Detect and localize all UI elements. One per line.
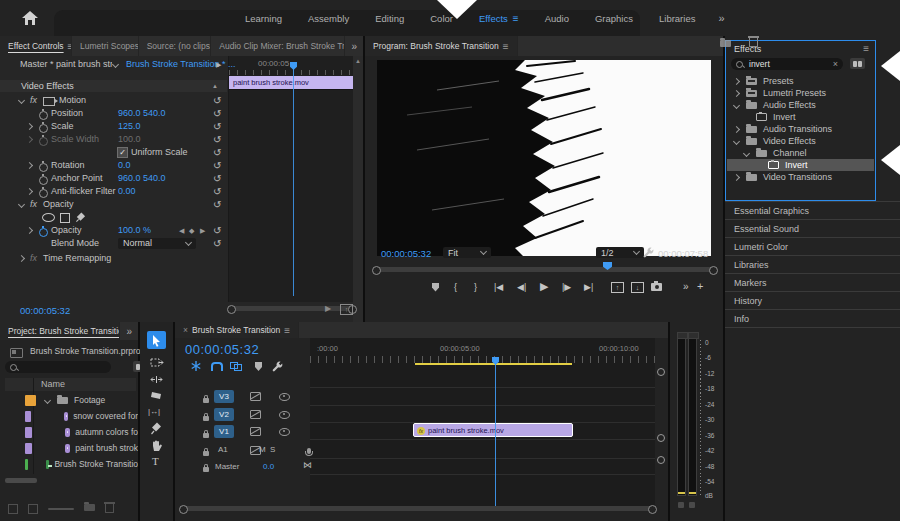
type-tool-icon[interactable]: T: [152, 455, 159, 467]
track-target-v3[interactable]: V3: [214, 390, 234, 403]
clear-search-icon[interactable]: ×: [833, 59, 838, 69]
effect-controls-timeline-lane[interactable]: 00:00:05 paint brush stroke.mov: [228, 56, 353, 302]
lock-icon[interactable]: [203, 451, 209, 456]
slip-tool-icon[interactable]: |↔|: [148, 407, 160, 416]
ripple-edit-tool-icon[interactable]: [150, 373, 163, 386]
timeline-hscrollbar[interactable]: [183, 506, 651, 511]
tabstrip-overflow-icon[interactable]: »: [120, 322, 138, 340]
rotation-value[interactable]: 0.0: [118, 159, 131, 172]
media-browser-icon[interactable]: [10, 348, 23, 358]
reset-icon[interactable]: ↺: [213, 172, 221, 185]
project-search-input[interactable]: [5, 361, 111, 373]
panel-header-essential-sound[interactable]: Essential Sound: [725, 219, 900, 237]
reset-icon[interactable]: ↺: [213, 224, 221, 237]
reset-icon[interactable]: ↺: [213, 94, 221, 107]
workspace-tab-audio[interactable]: Audio: [532, 13, 582, 24]
param-group-label[interactable]: Time Remapping: [43, 252, 111, 265]
uniform-scale-checkbox[interactable]: ✓: [117, 147, 128, 158]
panel-header-essential-graphics[interactable]: Essential Graphics: [725, 201, 900, 219]
track-select-tool-icon[interactable]: [150, 356, 164, 369]
workspace-tab-learning[interactable]: Learning: [232, 13, 295, 24]
lock-icon[interactable]: [203, 433, 209, 438]
reset-icon[interactable]: ↺: [213, 185, 221, 198]
ec-playhead-line[interactable]: [293, 66, 294, 296]
collapse-icon[interactable]: ▲: [212, 80, 218, 92]
new-bin-icon[interactable]: [84, 504, 95, 511]
workspace-overflow-icon[interactable]: »: [708, 12, 734, 24]
scrubber-knob-right[interactable]: [709, 266, 718, 275]
track-visibility-icon[interactable]: [279, 428, 290, 436]
chevron-down-icon[interactable]: [112, 61, 119, 68]
tabstrip-overflow-icon[interactable]: »: [345, 36, 363, 56]
chevron-right-icon[interactable]: [26, 162, 33, 169]
vscroll-knob[interactable]: [657, 434, 665, 442]
label-color-swatch[interactable]: [25, 411, 31, 422]
tree-item-audio-effects[interactable]: Audio Effects: [727, 99, 874, 111]
tree-item-presets[interactable]: Presets: [727, 75, 874, 87]
reset-icon[interactable]: ↺: [213, 133, 221, 146]
project-list-header[interactable]: Name: [5, 378, 136, 391]
fx-badge[interactable]: fx: [30, 94, 37, 107]
lock-icon[interactable]: [203, 416, 209, 421]
stopwatch-icon[interactable]: [39, 137, 48, 146]
next-keyframe-icon[interactable]: ▶: [200, 224, 205, 237]
chevron-down-icon[interactable]: [18, 201, 25, 208]
tree-item-video-invert-selected[interactable]: Invert: [727, 159, 874, 171]
scroll-up-icon[interactable]: ▲: [355, 58, 361, 64]
clip-fx-badge[interactable]: fx: [417, 427, 425, 435]
new-custom-bin-icon[interactable]: [720, 40, 731, 47]
tree-item-video-effects[interactable]: Video Effects: [727, 135, 874, 147]
timeline-clip-paint-brush[interactable]: fx paint brush stroke.mov: [413, 423, 573, 437]
program-timecode[interactable]: 00:00:05:32: [381, 248, 431, 259]
export-frame-icon[interactable]: [651, 280, 662, 294]
track-visibility-icon[interactable]: [279, 393, 290, 401]
reset-icon[interactable]: ↺: [213, 146, 221, 159]
label-color-swatch[interactable]: [25, 459, 28, 470]
add-marker-icon[interactable]: [432, 280, 439, 294]
zoom-slider[interactable]: [48, 508, 74, 510]
timeline-ruler-ticks[interactable]: [310, 356, 655, 363]
play-around-icon[interactable]: ▶: [325, 304, 331, 313]
snap-icon[interactable]: [211, 362, 223, 371]
panel-header-lumetri-color[interactable]: Lumetri Color: [725, 237, 900, 255]
transport-more-icon[interactable]: »: [683, 279, 689, 293]
ec-timecode[interactable]: 00:00:05:32: [20, 305, 70, 316]
workspace-tab-assembly[interactable]: Assembly: [295, 13, 362, 24]
opacity-value[interactable]: 100.0 %: [118, 224, 151, 237]
tree-item-audio-transitions[interactable]: Audio Transitions: [727, 123, 874, 135]
export-frame-icon[interactable]: ↑: [340, 304, 353, 315]
timeline-timecode[interactable]: 00:00:05:32: [185, 342, 259, 357]
tab-timeline-sequence[interactable]: × Brush Stroke Transition ≡: [175, 322, 299, 338]
tree-item-lumetri-presets[interactable]: Lumetri Presets: [727, 87, 874, 99]
chevron-down-icon[interactable]: [44, 396, 51, 403]
chevron-right-icon[interactable]: [18, 255, 25, 262]
ec-show-timeline-icon[interactable]: ▶: [216, 58, 221, 71]
vscroll-knob[interactable]: [657, 368, 665, 376]
sync-lock-icon[interactable]: [250, 427, 261, 436]
stopwatch-icon-active[interactable]: [39, 228, 48, 237]
solo-button[interactable]: S: [270, 445, 275, 454]
find-binoculars-icon[interactable]: [850, 58, 865, 69]
scrubber-knob-left[interactable]: [372, 266, 381, 275]
play-button[interactable]: ▶: [540, 279, 548, 293]
project-hscrollbar[interactable]: [5, 478, 37, 483]
tab-program-monitor[interactable]: Program: Brush Stroke Transition≡: [365, 36, 518, 56]
list-view-icon[interactable]: [8, 504, 18, 514]
workspace-menu-icon[interactable]: ≡: [513, 13, 519, 24]
reset-icon[interactable]: ↺: [213, 159, 221, 172]
mark-in-icon[interactable]: {: [454, 280, 457, 294]
position-x-value[interactable]: 960.0: [118, 107, 141, 120]
step-forward-icon[interactable]: |▶: [562, 280, 571, 294]
position-y-value[interactable]: 540.0: [143, 107, 166, 120]
chevron-down-icon[interactable]: [743, 149, 750, 156]
lock-icon[interactable]: [203, 398, 209, 403]
add-keyframe-icon[interactable]: ◆: [189, 224, 194, 237]
scale-width-value[interactable]: 100.0: [118, 133, 141, 146]
panel-menu-icon[interactable]: ≡: [863, 43, 869, 54]
panel-header-libraries[interactable]: Libraries: [725, 255, 900, 273]
panel-header-history[interactable]: History: [725, 291, 900, 309]
ec-ruler-ticks[interactable]: [229, 70, 353, 75]
workspace-tab-editing[interactable]: Editing: [362, 13, 417, 24]
scrollbar-knob-left[interactable]: [179, 505, 188, 514]
track-target-a1[interactable]: A1: [218, 445, 228, 454]
